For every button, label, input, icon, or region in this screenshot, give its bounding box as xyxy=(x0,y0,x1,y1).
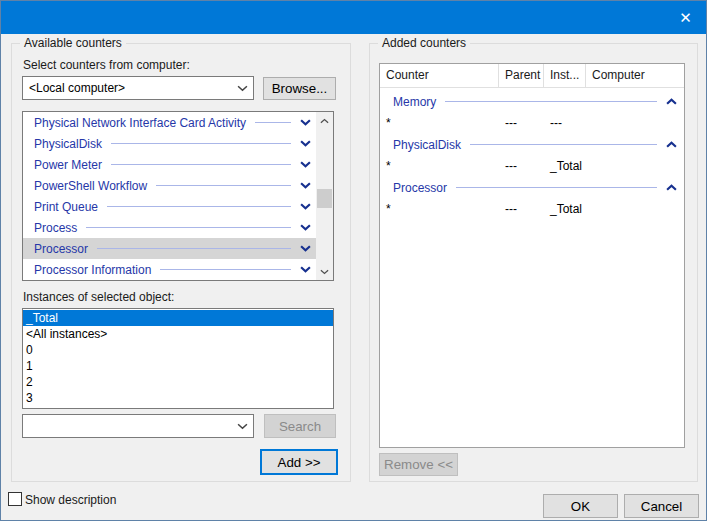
chevron-up-icon[interactable] xyxy=(666,184,677,191)
cell-computer xyxy=(586,198,684,220)
table-row[interactable]: * --- _Total xyxy=(380,198,684,220)
divider xyxy=(107,206,291,207)
instance-row[interactable]: 0 xyxy=(23,342,333,358)
cell-parent: --- xyxy=(499,112,544,134)
column-header-counter[interactable]: Counter xyxy=(380,64,499,87)
added-counters-label: Added counters xyxy=(378,36,470,50)
search-combo[interactable] xyxy=(22,414,254,438)
table-header: Counter Parent Inst... Computer xyxy=(380,64,684,88)
column-header-inst[interactable]: Inst... xyxy=(544,64,586,87)
scroll-down-icon[interactable] xyxy=(316,263,333,280)
available-counters-label: Available counters xyxy=(20,36,126,50)
chevron-down-icon[interactable] xyxy=(231,423,253,430)
add-button[interactable]: Add >> xyxy=(260,449,338,475)
scrollbar[interactable] xyxy=(316,112,333,280)
show-description-checkbox[interactable] xyxy=(8,492,22,506)
divider xyxy=(86,227,291,228)
divider xyxy=(470,144,657,145)
cell-counter: * xyxy=(380,112,499,134)
close-icon: ✕ xyxy=(679,9,692,27)
counter-label: Print Queue xyxy=(34,200,98,214)
instance-row-selected[interactable]: _Total xyxy=(23,310,333,326)
instance-row[interactable]: <All instances> xyxy=(23,326,333,342)
divider xyxy=(445,101,657,102)
browse-button[interactable]: Browse... xyxy=(263,77,336,100)
cancel-button[interactable]: Cancel xyxy=(624,494,699,518)
divider xyxy=(156,185,291,186)
cell-computer xyxy=(586,155,684,177)
cell-counter: * xyxy=(380,155,499,177)
divider xyxy=(160,269,291,270)
chevron-down-icon[interactable] xyxy=(300,161,311,168)
divider xyxy=(111,164,291,165)
computer-combo[interactable]: <Local computer> xyxy=(22,76,254,100)
counter-row[interactable]: PhysicalDisk xyxy=(23,133,316,154)
counter-row[interactable]: Print Queue xyxy=(23,196,316,217)
instances-list: _Total <All instances> 0 1 2 3 xyxy=(22,308,334,409)
chevron-down-icon[interactable] xyxy=(300,140,311,147)
counter-group-header[interactable]: PhysicalDisk xyxy=(380,134,684,155)
select-counters-label: Select counters from computer: xyxy=(23,58,190,72)
column-header-computer[interactable]: Computer xyxy=(586,64,684,87)
counter-label: Process xyxy=(34,221,77,235)
counter-row[interactable]: Physical Network Interface Card Activity xyxy=(23,112,316,133)
group-name: Memory xyxy=(393,95,436,109)
chevron-down-icon[interactable] xyxy=(300,266,311,273)
counter-group-header[interactable]: Processor xyxy=(380,177,684,198)
cell-inst: _Total xyxy=(544,155,586,177)
counter-label: PowerShell Workflow xyxy=(34,179,147,193)
cell-counter: * xyxy=(380,198,499,220)
cell-parent: --- xyxy=(499,198,544,220)
cell-inst: --- xyxy=(544,112,586,134)
counters-list-rows: Physical Network Interface Card Activity… xyxy=(23,112,316,280)
title-bar: ✕ xyxy=(1,1,707,34)
close-button[interactable]: ✕ xyxy=(663,1,707,34)
chevron-down-icon[interactable] xyxy=(231,85,253,92)
show-description-label[interactable]: Show description xyxy=(25,493,116,507)
cell-computer xyxy=(586,112,684,134)
instance-row[interactable]: 3 xyxy=(23,390,333,406)
scroll-up-icon[interactable] xyxy=(316,112,333,129)
ok-button[interactable]: OK xyxy=(543,494,618,518)
counter-row[interactable]: Process xyxy=(23,217,316,238)
chevron-up-icon[interactable] xyxy=(666,141,677,148)
counter-group-header[interactable]: Memory xyxy=(380,91,684,112)
added-counters-table: Counter Parent Inst... Computer Memory *… xyxy=(379,63,685,448)
counter-row[interactable]: PowerShell Workflow xyxy=(23,175,316,196)
counters-list: Physical Network Interface Card Activity… xyxy=(22,111,334,281)
counter-row[interactable]: Power Meter xyxy=(23,154,316,175)
chevron-down-icon[interactable] xyxy=(300,182,311,189)
table-body: Memory * --- --- PhysicalDisk * --- _Tot… xyxy=(380,88,684,220)
divider xyxy=(111,143,291,144)
group-name: Processor xyxy=(393,181,447,195)
instance-row[interactable]: 1 xyxy=(23,358,333,374)
computer-combo-value: <Local computer> xyxy=(23,81,231,95)
chevron-down-icon[interactable] xyxy=(300,245,311,252)
chevron-down-icon[interactable] xyxy=(300,119,311,126)
column-header-parent[interactable]: Parent xyxy=(499,64,544,87)
table-row[interactable]: * --- --- xyxy=(380,112,684,134)
divider xyxy=(255,122,291,123)
cell-inst: _Total xyxy=(544,198,586,220)
cell-parent: --- xyxy=(499,155,544,177)
chevron-down-icon[interactable] xyxy=(300,224,311,231)
add-counters-dialog: ✕ Available counters Select counters fro… xyxy=(0,0,707,521)
counter-label: Physical Network Interface Card Activity xyxy=(34,116,246,130)
instance-row[interactable]: 2 xyxy=(23,374,333,390)
group-name: PhysicalDisk xyxy=(393,138,461,152)
counter-label: Processor Information xyxy=(34,263,151,277)
remove-button[interactable]: Remove << xyxy=(379,453,458,476)
counter-label: Processor xyxy=(34,242,88,256)
divider xyxy=(456,187,657,188)
search-button[interactable]: Search xyxy=(264,414,336,438)
counter-row-selected[interactable]: Processor xyxy=(23,238,316,259)
divider xyxy=(97,248,291,249)
table-row[interactable]: * --- _Total xyxy=(380,155,684,177)
instances-label: Instances of selected object: xyxy=(23,290,174,304)
counter-row[interactable]: Processor Information xyxy=(23,259,316,280)
counter-label: Power Meter xyxy=(34,158,102,172)
scrollbar-thumb[interactable] xyxy=(317,189,332,208)
chevron-down-icon[interactable] xyxy=(300,203,311,210)
counter-label: PhysicalDisk xyxy=(34,137,102,151)
chevron-up-icon[interactable] xyxy=(666,98,677,105)
